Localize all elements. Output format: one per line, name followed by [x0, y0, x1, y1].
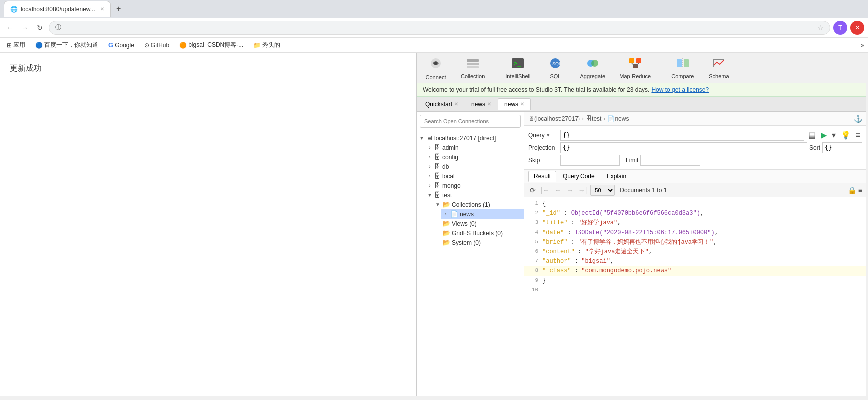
- query-run-icon[interactable]: ▶: [819, 129, 829, 141]
- tree-root-children: › 🗄 admin › 🗄 config › 🗄: [417, 143, 524, 247]
- result-count: Documents 1 to 1: [620, 187, 667, 194]
- tab-quickstart[interactable]: Quickstart ✕: [419, 98, 465, 110]
- search-connections-input[interactable]: [420, 115, 521, 128]
- result-tab-query-code[interactable]: Query Code: [557, 171, 600, 182]
- back-button[interactable]: ←: [4, 22, 16, 34]
- line-content: "date" : ISODate("2020-08-22T15:06:17.06…: [542, 228, 866, 238]
- skip-input[interactable]: [560, 155, 620, 166]
- tree-item-test[interactable]: ▼ 🗄 test: [425, 190, 524, 200]
- svg-text:>_: >_: [514, 60, 521, 67]
- limit-input[interactable]: [640, 155, 700, 166]
- result-options-icon[interactable]: ≡: [858, 186, 862, 194]
- collections-folder-icon: 📂: [442, 201, 450, 208]
- tab-quickstart-close[interactable]: ✕: [454, 101, 458, 107]
- svg-rect-2: [467, 59, 479, 62]
- bookmark-csdn-label: bigsai_CSDN博客-...: [188, 41, 243, 49]
- toolbar-intellishell[interactable]: >_ IntelliShell: [501, 55, 534, 81]
- query-more-icon[interactable]: ≡: [854, 130, 862, 141]
- bookmark-baidu[interactable]: 🔵 百度一下，你就知道: [32, 40, 101, 50]
- forward-button[interactable]: →: [19, 22, 31, 34]
- aggregate-label: Aggregate: [580, 73, 605, 79]
- connect-label: Connect: [426, 74, 446, 80]
- tree-item-gridfs[interactable]: 📂 GridFS Buckets (0): [433, 228, 524, 238]
- result-refresh-icon[interactable]: ⟳: [528, 186, 537, 195]
- query-run-dropdown-icon[interactable]: ▾: [830, 129, 838, 141]
- config-db-icon: 🗄: [434, 153, 441, 161]
- line-content: "author" : "bigsai",: [542, 257, 866, 266]
- page-success-message: 更新成功: [10, 63, 406, 74]
- tree-item-local[interactable]: › 🗄 local: [425, 171, 524, 181]
- bookmarks-more-button[interactable]: »: [861, 42, 864, 49]
- tree-item-news[interactable]: › 📄 news: [441, 209, 524, 219]
- tab-news-1-close[interactable]: ✕: [487, 101, 491, 107]
- result-tab-explain[interactable]: Explain: [601, 171, 632, 182]
- toolbar-collection[interactable]: Collection: [457, 55, 489, 81]
- projection-label: Projection: [528, 144, 558, 151]
- tree-item-collections[interactable]: ▼ 📂 Collections (1): [433, 200, 524, 209]
- tab-news-2[interactable]: news ✕: [498, 98, 531, 110]
- toolbar-connect[interactable]: Connect: [421, 54, 451, 82]
- toolbar-sql[interactable]: SQL SQL: [540, 55, 570, 81]
- collection-label: Collection: [461, 73, 485, 79]
- page-size-select[interactable]: 50 10 25 100 250: [590, 185, 615, 196]
- tree-item-localhost[interactable]: ▼ 🖥 localhost:27017 [direct]: [417, 133, 524, 143]
- mapreduce-icon: [628, 57, 642, 72]
- sql-label: SQL: [550, 73, 561, 79]
- url-input[interactable]: localhost:8080/updatenews?title=好好学java&…: [63, 24, 815, 31]
- svg-rect-12: [636, 58, 641, 63]
- result-tab-result[interactable]: Result: [528, 171, 556, 182]
- reload-button[interactable]: ↻: [34, 22, 46, 34]
- tree-item-views[interactable]: 📂 Views (0): [433, 219, 524, 228]
- collection-icon: [466, 57, 480, 72]
- admin-db-icon: 🗄: [434, 144, 441, 151]
- bookmark-csdn[interactable]: 🟠 bigsai_CSDN博客-...: [176, 40, 246, 50]
- studio-close-button[interactable]: ✕: [850, 21, 864, 35]
- result-last-icon[interactable]: →|: [577, 186, 589, 195]
- profile-avatar[interactable]: T: [833, 21, 847, 35]
- new-tab-button[interactable]: +: [113, 3, 125, 15]
- bookmark-star-icon[interactable]: ☆: [817, 24, 824, 32]
- tree-item-mongo[interactable]: › 🗄 mongo: [425, 181, 524, 190]
- query-panel: 🖥 (localhost:27017) › 🗄 test › 📄 news ⚓ …: [524, 112, 866, 396]
- toolbar-mapreduce[interactable]: Map-Reduce: [615, 55, 655, 81]
- search-connections-container: [417, 112, 524, 131]
- sort-input[interactable]: [822, 142, 862, 153]
- toolbar-compare[interactable]: Compare: [667, 55, 698, 81]
- line-content: {: [542, 199, 866, 209]
- line-number: 1: [524, 199, 542, 209]
- tree-item-system[interactable]: 📂 System (0): [433, 238, 524, 247]
- trial-link[interactable]: How to get a license?: [651, 86, 709, 93]
- code-line: 5 "brief" : "有了博学谷，妈妈再也不用担心我的java学习！",: [524, 238, 866, 247]
- tab-close-button[interactable]: ✕: [100, 6, 104, 12]
- test-label: test: [442, 192, 522, 199]
- bookmark-google[interactable]: G Google: [105, 40, 137, 50]
- line-number: 5: [524, 238, 542, 247]
- query-table-icon[interactable]: ▤: [806, 129, 818, 141]
- line-number: 8: [524, 266, 542, 276]
- bookmark-github[interactable]: ⊙ GitHub: [141, 41, 172, 50]
- tree-item-admin[interactable]: › 🗄 admin: [425, 143, 524, 152]
- result-first-icon[interactable]: |←: [539, 186, 551, 195]
- code-line: 2 "_id" : ObjectId("5f4070bb6e6f6f566ca0…: [524, 209, 866, 218]
- tree-item-config[interactable]: › 🗄 config: [425, 152, 524, 162]
- result-next-icon[interactable]: →: [565, 186, 575, 195]
- bookmark-apps[interactable]: ⊞ 应用: [4, 40, 28, 50]
- breadcrumb-collection: news: [615, 115, 629, 122]
- projection-input[interactable]: [560, 142, 807, 153]
- code-part: "bigsai": [581, 258, 610, 265]
- active-browser-tab[interactable]: 🌐 localhost:8080/updatenew... ✕: [4, 1, 111, 17]
- local-expand: ›: [427, 173, 433, 179]
- tab-news-2-close[interactable]: ✕: [520, 101, 524, 107]
- toolbar-aggregate[interactable]: Aggregate: [576, 55, 609, 81]
- address-bar: ⓘ localhost:8080/updatenews?title=好好学jav…: [49, 21, 830, 35]
- tree-item-db[interactable]: › 🗄 db: [425, 162, 524, 171]
- toolbar-schema[interactable]: Schema: [704, 55, 734, 81]
- query-input[interactable]: [560, 130, 804, 141]
- code-line: 1{: [524, 199, 866, 209]
- code-part: }: [542, 277, 546, 284]
- query-lightbulb-icon[interactable]: 💡: [839, 129, 853, 141]
- tab-news-1[interactable]: news ✕: [465, 98, 498, 110]
- result-prev-icon[interactable]: ←: [553, 186, 563, 195]
- system-folder-icon: 📂: [442, 239, 450, 246]
- bookmark-xiu[interactable]: 📁 秀头的: [250, 40, 283, 50]
